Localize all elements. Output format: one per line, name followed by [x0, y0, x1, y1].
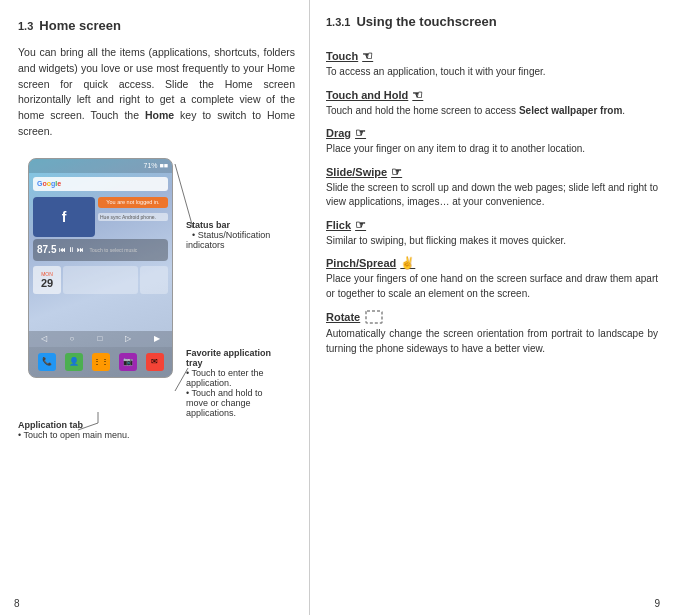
- page-number-left: 8: [14, 598, 20, 609]
- phone-app-tray: 📞 👤 ⋮⋮ 📷 ✉: [29, 347, 172, 377]
- music-widget: 87.5 ⏮ ⏸ ⏭ Touch to select music: [33, 239, 168, 261]
- pinch-icon: ✌: [400, 256, 415, 270]
- phone-nav-bar: ◁○□▷▶: [29, 331, 172, 347]
- pinch-spread-entry: Pinch/Spread ✌ Place your fingers of one…: [326, 256, 658, 301]
- flick-icon: ☞: [355, 218, 366, 232]
- rotate-icon: [364, 309, 384, 325]
- touch-icon: ☜: [362, 49, 373, 63]
- touch-and-hold-desc: Touch and hold the home screen to access…: [326, 104, 658, 119]
- rotate-label: Rotate: [326, 309, 658, 325]
- right-section-title: Using the touchscreen: [356, 14, 496, 29]
- page-number-right: 9: [654, 598, 660, 609]
- drag-entry: Drag ☞ Place your finger on any item to …: [326, 126, 658, 157]
- right-page: 1.3.1 Using the touchscreen Touch ☜ To a…: [310, 0, 674, 615]
- flick-desc: Similar to swiping, but flicking makes i…: [326, 234, 658, 249]
- fb-widget: f: [33, 197, 95, 237]
- status-bar-label: Status bar: [186, 220, 230, 230]
- right-section-number: 1.3.1: [326, 16, 350, 28]
- touch-and-hold-entry: Touch and Hold ☜ Touch and hold the home…: [326, 88, 658, 119]
- phone-status-bar: 71% ■■: [29, 159, 172, 173]
- swipe-icon: ☞: [391, 165, 402, 179]
- drag-label: Drag ☞: [326, 126, 658, 140]
- flick-entry: Flick ☞ Similar to swiping, but flicking…: [326, 218, 658, 249]
- svg-rect-4: [366, 311, 382, 323]
- touch-label: Touch ☜: [326, 49, 658, 63]
- left-page: 1.3 Home screen You can bring all the it…: [0, 0, 310, 615]
- status-bar-annotation: Status bar • Status/Notification indicat…: [186, 220, 287, 250]
- drag-desc: Place your finger on any item to drag it…: [326, 142, 658, 157]
- slide-swipe-label: Slide/Swipe ☞: [326, 165, 658, 179]
- app-tab-annotation: Application tab • Touch to open main men…: [18, 420, 130, 440]
- fav-tray-label: Favorite application tray: [186, 348, 271, 368]
- touch-entry: Touch ☜ To access an application, touch …: [326, 49, 658, 80]
- touch-hold-icon: ☜: [412, 88, 423, 102]
- pinch-spread-desc: Place your fingers of one hand on the sc…: [326, 272, 658, 301]
- touch-desc: To access an application, touch it with …: [326, 65, 658, 80]
- google-bar: G o o g l e: [33, 177, 168, 191]
- left-body-text: You can bring all the items (application…: [18, 45, 295, 140]
- touch-and-hold-label: Touch and Hold ☜: [326, 88, 658, 102]
- rotate-desc: Automatically change the screen orientat…: [326, 327, 658, 356]
- drag-icon: ☞: [355, 126, 366, 140]
- phone-mockup: 71% ■■ G o o g l e f: [28, 158, 173, 378]
- svg-line-0: [175, 164, 193, 228]
- left-section-title: Home screen: [39, 18, 121, 33]
- slide-swipe-desc: Slide the screen to scroll up and down t…: [326, 181, 658, 210]
- flick-label: Flick ☞: [326, 218, 658, 232]
- fav-tray-annotation: Favorite application tray • Touch to ent…: [186, 348, 287, 418]
- slide-swipe-entry: Slide/Swipe ☞ Slide the screen to scroll…: [326, 165, 658, 210]
- left-section-number: 1.3: [18, 20, 33, 32]
- pinch-spread-label: Pinch/Spread ✌: [326, 256, 658, 270]
- rotate-entry: Rotate Automatically change the screen o…: [326, 309, 658, 356]
- notification-box: You are not logged in.: [98, 197, 168, 208]
